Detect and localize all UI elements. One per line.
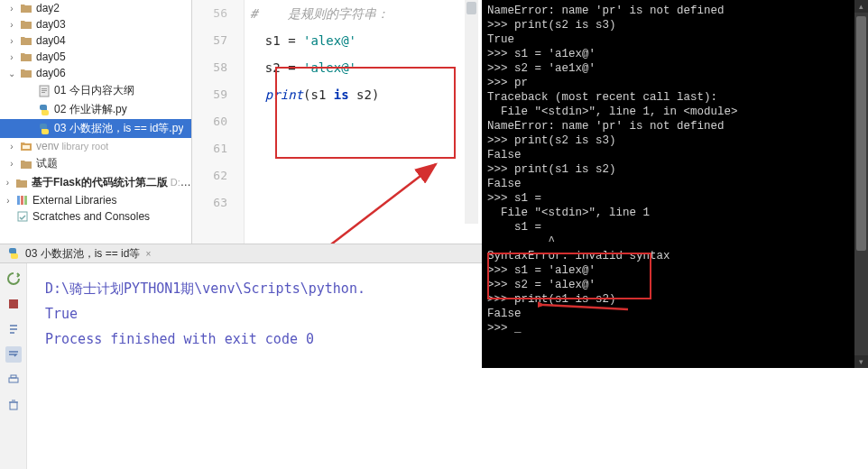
tree-label: day04 [36, 34, 66, 47]
tree-label: day03 [36, 18, 66, 31]
folder-icon [20, 158, 32, 170]
chevron-right-icon: › [7, 20, 16, 30]
tree-label: 03 小数据池，is == id等.py [54, 121, 183, 136]
chevron-right-icon: › [4, 196, 13, 206]
project-tree: › day2 › day03 › day04 › day05 ⌄ day06 [0, 0, 192, 253]
python-file-icon [38, 123, 51, 135]
tree-item-shiti[interactable]: › 试题 [0, 154, 191, 173]
library-folder-icon [20, 140, 32, 152]
folder-icon [15, 177, 28, 189]
run-tab-label[interactable]: 03 小数据池，is == id等 [25, 246, 140, 262]
svg-rect-14 [10, 402, 17, 409]
scroll-to-end-button[interactable] [5, 321, 22, 337]
trash-button[interactable] [5, 397, 22, 413]
scratch-icon [16, 210, 29, 223]
run-console[interactable]: D:\骑士计划PYTHON1期\venv\Scripts\python. Tru… [27, 263, 482, 469]
rerun-button[interactable] [5, 271, 22, 287]
code-comment: # 是规则的字符串： [250, 6, 389, 21]
scrollbar-thumb[interactable] [466, 2, 476, 14]
chevron-right-icon: › [4, 178, 12, 188]
run-tab-bar: 03 小数据池，is == id等 × [0, 244, 482, 263]
svg-rect-8 [18, 212, 27, 221]
code-editor[interactable]: 56 57 58 59 60 61 62 63 # 是规则的字符串： s1 = … [192, 0, 482, 253]
tree-item-scratch[interactable]: Scratches and Consoles [0, 208, 191, 225]
tree-label: External Libraries [32, 194, 116, 207]
tree-label: venv library root [36, 140, 108, 152]
library-icon [16, 194, 29, 207]
folder-icon [20, 2, 32, 14]
run-toolbar [0, 263, 27, 469]
tree-label: Scratches and Consoles [32, 210, 150, 223]
tree-label: day2 [36, 2, 60, 14]
tree-item-day04[interactable]: › day04 [0, 32, 191, 49]
folder-icon [20, 67, 32, 79]
tree-item-day06[interactable]: ⌄ day06 [0, 65, 191, 81]
python-file-icon [38, 104, 51, 116]
console-output: True [45, 301, 464, 326]
chevron-down-icon: ⌄ [7, 69, 16, 78]
tree-label: 试题 [36, 156, 58, 171]
tree-label: 02 作业讲解.py [54, 102, 127, 117]
console-exit: Process finished with exit code 0 [45, 326, 464, 352]
tree-label: 01 今日内容大纲 [54, 83, 134, 98]
chevron-right-icon: › [7, 52, 16, 62]
print-button[interactable] [5, 372, 22, 388]
svg-rect-3 [42, 92, 45, 93]
tree-item-day03[interactable]: › day03 [0, 16, 191, 32]
scroll-down-icon[interactable]: ▾ [854, 355, 868, 368]
stop-button[interactable] [5, 296, 22, 312]
svg-rect-7 [24, 196, 27, 205]
tree-item-02py[interactable]: 02 作业讲解.py [0, 100, 191, 119]
terminal-scrollbar[interactable]: ▴ ▾ [854, 0, 868, 368]
folder-icon [20, 34, 32, 47]
svg-rect-2 [42, 90, 47, 91]
folder-icon [20, 18, 32, 31]
terminal-output: NameError: name 'pr' is not defined >>> … [482, 0, 859, 368]
tree-item-venv[interactable]: › venv library root [0, 138, 191, 154]
svg-rect-11 [9, 299, 18, 308]
tree-item-day05[interactable]: › day05 [0, 49, 191, 65]
scroll-up-icon[interactable]: ▴ [854, 0, 868, 13]
scrollbar-thumb[interactable] [856, 16, 866, 251]
console-path: D:\骑士计划PYTHON1期\venv\Scripts\python. [45, 276, 464, 301]
editor-gutter: 56 57 58 59 60 61 62 63 [192, 0, 245, 253]
chevron-right-icon: › [7, 36, 16, 46]
chevron-right-icon: › [7, 4, 16, 14]
svg-rect-6 [21, 196, 23, 205]
svg-rect-12 [9, 378, 18, 382]
editor-scrollbar[interactable] [465, 0, 478, 224]
close-icon[interactable]: × [145, 249, 151, 259]
code-pane[interactable]: # 是规则的字符串： s1 = 'alex@' s2 = 'alex@' pri… [245, 0, 482, 253]
tree-item-flask[interactable]: › 基于Flask的代码统计第二版 D:\基于F [0, 173, 191, 192]
svg-rect-1 [42, 88, 47, 89]
terminal-panel[interactable]: NameError: name 'pr' is not defined >>> … [482, 0, 868, 368]
svg-rect-5 [17, 196, 20, 205]
chevron-right-icon: › [7, 142, 16, 152]
svg-rect-4 [23, 145, 30, 149]
soft-wrap-button[interactable] [5, 346, 22, 363]
folder-icon [20, 51, 32, 63]
tree-item-01txt[interactable]: 01 今日内容大纲 [0, 81, 191, 100]
tree-label: day05 [36, 51, 66, 63]
svg-rect-13 [11, 375, 16, 378]
tree-item-03py[interactable]: 03 小数据池，is == id等.py [0, 119, 191, 138]
tree-item-day2[interactable]: › day2 [0, 0, 191, 16]
python-file-icon [7, 247, 20, 260]
tree-label: day06 [36, 67, 66, 79]
text-file-icon [38, 85, 51, 97]
tree-item-ext-lib[interactable]: › External Libraries [0, 192, 191, 208]
chevron-right-icon: › [7, 159, 16, 169]
tree-label: 基于Flask的代码统计第二版 D:\基于F [32, 175, 191, 190]
